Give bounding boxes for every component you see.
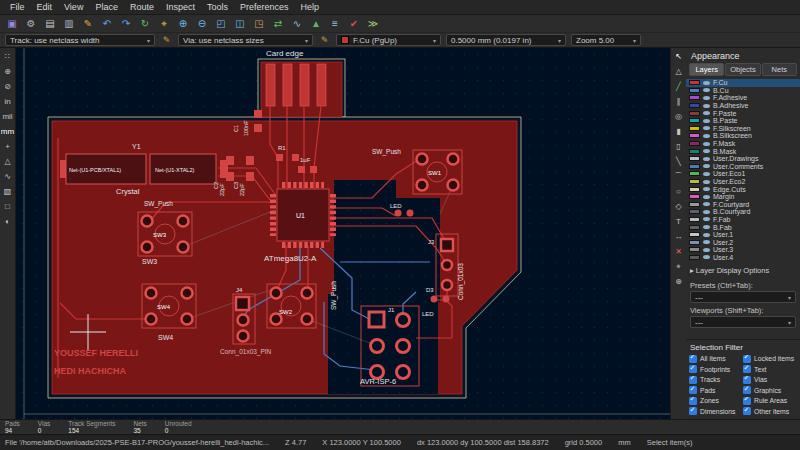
- units-mm-icon[interactable]: mm: [1, 125, 15, 138]
- grid-origin-icon[interactable]: ⊕: [1, 65, 15, 78]
- layer-color-swatch[interactable]: [689, 240, 700, 245]
- board-setup-icon[interactable]: ⚙: [22, 16, 40, 32]
- visibility-eye-icon[interactable]: [703, 172, 710, 176]
- visibility-eye-icon[interactable]: [703, 180, 710, 184]
- layer-color-swatch[interactable]: [689, 217, 700, 222]
- visibility-eye-icon[interactable]: [703, 134, 710, 138]
- layer-row[interactable]: F.Silkscreen: [686, 125, 800, 133]
- save-icon[interactable]: ▣: [3, 16, 21, 32]
- zoom-fit-icon[interactable]: ◰: [212, 16, 230, 32]
- zoom-out-icon[interactable]: ⊖: [193, 16, 211, 32]
- layer-color-swatch[interactable]: [689, 194, 700, 199]
- layer-color-swatch[interactable]: [689, 95, 700, 100]
- menu-place[interactable]: Place: [89, 0, 124, 14]
- visibility-eye-icon[interactable]: [703, 149, 710, 153]
- visibility-eye-icon[interactable]: [703, 195, 710, 199]
- layer-row[interactable]: B.Adhesive: [686, 102, 800, 110]
- menu-help[interactable]: Help: [295, 0, 326, 14]
- add-dimension-icon[interactable]: ↔: [672, 230, 686, 243]
- via-size-dropdown[interactable]: Via: use netclass sizes ▾: [178, 34, 313, 46]
- filter-rule-areas[interactable]: [743, 397, 751, 405]
- layer-row[interactable]: User.Comments: [686, 163, 800, 171]
- filter-zones[interactable]: [689, 397, 697, 405]
- refresh-icon[interactable]: ↻: [136, 16, 154, 32]
- zoom-selection-icon[interactable]: ◫: [231, 16, 249, 32]
- layer-row[interactable]: User.1: [686, 231, 800, 239]
- measure-tool-icon[interactable]: ⌖: [672, 260, 686, 273]
- units-inches-icon[interactable]: in: [1, 95, 15, 108]
- layer-color-swatch[interactable]: [689, 171, 700, 176]
- layer-row[interactable]: B.Paste: [686, 117, 800, 125]
- dim-inactive-layers-icon[interactable]: ◐: [1, 215, 15, 228]
- edit-via-sizes-icon[interactable]: ✎: [318, 35, 331, 45]
- layer-color-swatch[interactable]: [689, 149, 700, 154]
- filter-vias[interactable]: [743, 376, 751, 384]
- layer-row[interactable]: F.Fab: [686, 216, 800, 224]
- layer-color-swatch[interactable]: [689, 141, 700, 146]
- layer-color-swatch[interactable]: [689, 164, 700, 169]
- visibility-eye-icon[interactable]: [703, 88, 710, 92]
- layer-row[interactable]: User.Eco2: [686, 178, 800, 186]
- zoom-in-icon[interactable]: ⊕: [174, 16, 192, 32]
- menu-preferences[interactable]: Preferences: [234, 0, 295, 14]
- footprint-editor-icon[interactable]: ◳: [250, 16, 268, 32]
- page-settings-icon[interactable]: ▤: [41, 16, 59, 32]
- filter-tracks[interactable]: [689, 376, 697, 384]
- layer-row[interactable]: Edge.Cuts: [686, 185, 800, 193]
- visibility-eye-icon[interactable]: [703, 255, 710, 259]
- visibility-eye-icon[interactable]: [703, 240, 710, 244]
- layer-row[interactable]: F.Paste: [686, 109, 800, 117]
- layer-color-swatch[interactable]: [689, 225, 700, 230]
- layer-row[interactable]: User.Eco1: [686, 170, 800, 178]
- layer-row[interactable]: F.Cu: [686, 79, 800, 87]
- filter-footprints[interactable]: [689, 365, 697, 373]
- plot-icon[interactable]: ✎: [79, 16, 97, 32]
- layer-color-swatch[interactable]: [689, 126, 700, 131]
- visibility-eye-icon[interactable]: [703, 217, 710, 221]
- visibility-eye-icon[interactable]: [703, 157, 710, 161]
- layer-row[interactable]: B.Courtyard: [686, 208, 800, 216]
- layer-row[interactable]: F.Mask: [686, 140, 800, 148]
- add-rule-area-icon[interactable]: ▯: [672, 140, 686, 153]
- layer-row[interactable]: Margin: [686, 193, 800, 201]
- filter-all-items[interactable]: [689, 355, 697, 363]
- layer-color-swatch[interactable]: [689, 88, 700, 93]
- drc-icon[interactable]: ✔: [345, 16, 363, 32]
- delete-tool-icon[interactable]: ✕: [672, 245, 686, 258]
- layer-row[interactable]: B.Silkscreen: [686, 132, 800, 140]
- visibility-eye-icon[interactable]: [703, 225, 710, 229]
- menu-tools[interactable]: Tools: [201, 0, 234, 14]
- menu-view[interactable]: View: [58, 0, 89, 14]
- filter-dimensions[interactable]: [689, 407, 697, 415]
- layer-color-swatch[interactable]: [689, 156, 700, 161]
- visibility-eye-icon[interactable]: [703, 119, 710, 123]
- layer-row[interactable]: B.Cu: [686, 87, 800, 95]
- visibility-eye-icon[interactable]: [703, 202, 710, 206]
- net-inspector-icon[interactable]: ≡: [326, 16, 344, 32]
- layer-color-swatch[interactable]: [689, 209, 700, 214]
- zone-outline-display-icon[interactable]: □: [1, 200, 15, 213]
- cursor-style-icon[interactable]: +: [1, 140, 15, 153]
- set-origin-icon[interactable]: ⊕: [672, 275, 686, 288]
- add-text-icon[interactable]: T: [672, 215, 686, 228]
- layer-color-swatch[interactable]: [689, 232, 700, 237]
- schematic-editor-icon[interactable]: ∿: [288, 16, 306, 32]
- add-line-icon[interactable]: ╲: [672, 155, 686, 168]
- zoom-dropdown[interactable]: Zoom 5.00 ▾: [571, 34, 641, 46]
- layer-color-swatch[interactable]: [689, 202, 700, 207]
- select-tool-icon[interactable]: ↖: [672, 50, 686, 63]
- add-zone-icon[interactable]: ▮: [672, 125, 686, 138]
- active-layer-dropdown[interactable]: F.Cu (PgUp) ▾: [336, 34, 441, 46]
- add-via-icon[interactable]: ◎: [672, 110, 686, 123]
- edit-track-widths-icon[interactable]: ✎: [160, 35, 173, 45]
- grid-size-dropdown[interactable]: 0.5000 mm (0.0197 in) ▾: [446, 34, 566, 46]
- viewports-dropdown[interactable]: --- ▾: [690, 316, 796, 328]
- visibility-eye-icon[interactable]: [703, 248, 710, 252]
- zone-fill-display-icon[interactable]: ▧: [1, 185, 15, 198]
- visibility-eye-icon[interactable]: [703, 210, 710, 214]
- layer-color-swatch[interactable]: [689, 255, 700, 260]
- layer-color-swatch[interactable]: [689, 247, 700, 252]
- layer-row[interactable]: B.Fab: [686, 223, 800, 231]
- find-icon[interactable]: ⌖: [155, 16, 173, 32]
- add-circle-icon[interactable]: ○: [672, 185, 686, 198]
